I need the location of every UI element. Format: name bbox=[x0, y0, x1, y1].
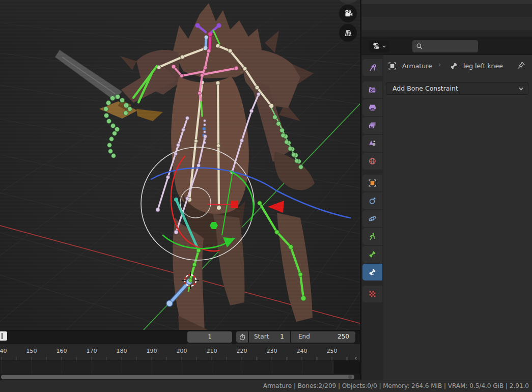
gizmo-x-arrow[interactable] bbox=[268, 201, 284, 213]
gizmo-x-handle[interactable] bbox=[231, 201, 238, 208]
start-value: 1 bbox=[280, 333, 284, 340]
outliner-row bbox=[361, 0, 532, 4]
breadcrumb-bone-icon-wrap bbox=[450, 62, 458, 72]
sword-blade-edge bbox=[62, 57, 115, 94]
ruler-tick-label: 250 bbox=[327, 348, 338, 354]
breadcrumb-separator: › bbox=[438, 61, 441, 68]
add-bone-constraint-label: Add Bone Constraint bbox=[393, 85, 458, 92]
tab-texture[interactable] bbox=[362, 286, 382, 302]
tab-world[interactable] bbox=[362, 153, 382, 170]
ruler-tick-label: 210 bbox=[207, 348, 217, 354]
tab-output[interactable] bbox=[362, 99, 382, 116]
tab-render[interactable] bbox=[362, 81, 382, 98]
timeline-ruler[interactable]: 140 150 160 170 180 190 200 210 220 230 … bbox=[0, 344, 360, 360]
tab-tool[interactable] bbox=[362, 59, 382, 76]
output-icon bbox=[368, 103, 377, 112]
ruler-tick-label: 230 bbox=[267, 348, 277, 354]
bone-icon bbox=[368, 250, 377, 259]
view-layer-icon bbox=[368, 121, 377, 130]
tab-view-layer[interactable] bbox=[362, 117, 382, 134]
texture-icon bbox=[368, 290, 377, 298]
ruler-tick-label: 140 bbox=[0, 348, 7, 354]
tab-object[interactable] bbox=[362, 175, 382, 191]
render-icon bbox=[368, 86, 377, 94]
status-bar: Armature | Bones:2/209 | Objects:0/0 | M… bbox=[0, 380, 532, 392]
timeline-horizontal-scrollbar[interactable] bbox=[1, 375, 354, 379]
tab-scene[interactable] bbox=[362, 135, 382, 152]
editor-type-button[interactable] bbox=[369, 40, 389, 52]
grid-floor-icon bbox=[343, 28, 353, 38]
ruler-tick-label: 190 bbox=[147, 348, 157, 354]
outliner-bottom-area bbox=[361, 0, 532, 37]
tab-bone[interactable] bbox=[362, 246, 382, 263]
pin-button[interactable] bbox=[516, 61, 526, 72]
search-input[interactable] bbox=[424, 42, 474, 50]
current-frame-field[interactable]: 1 bbox=[187, 331, 232, 343]
physics-icon bbox=[368, 214, 377, 223]
leg-right bbox=[277, 213, 313, 322]
3d-viewport[interactable] bbox=[0, 0, 360, 330]
breadcrumb-bone-label[interactable]: leg left knee bbox=[463, 62, 503, 70]
magnifier-icon bbox=[415, 42, 424, 50]
constraints-icon bbox=[368, 197, 377, 205]
auto-keying-button[interactable] bbox=[236, 331, 248, 343]
world-icon bbox=[368, 157, 377, 165]
chevron-down-icon bbox=[518, 86, 524, 92]
bone-icon bbox=[450, 62, 458, 70]
breadcrumb-object-label[interactable]: Armature bbox=[402, 62, 432, 70]
tab-physics[interactable] bbox=[362, 210, 382, 227]
status-text: Armature | Bones:2/209 | Objects:0/0 | M… bbox=[263, 380, 529, 391]
camera-view-button[interactable] bbox=[339, 5, 357, 22]
timeline-track[interactable] bbox=[0, 360, 360, 374]
frame-end-field[interactable]: End 250 bbox=[291, 331, 355, 343]
region-collapse-chevron-icon[interactable]: ‹ bbox=[354, 354, 357, 362]
tool-icon bbox=[368, 63, 377, 72]
end-label: End bbox=[298, 333, 310, 340]
tab-object-data-armature[interactable] bbox=[362, 228, 382, 245]
tab-bone-constraint[interactable] bbox=[362, 264, 382, 281]
outliner-row bbox=[361, 30, 532, 37]
ruler-tick-label: 150 bbox=[26, 348, 37, 354]
search-box[interactable] bbox=[412, 40, 478, 52]
ruler-tick-label: 160 bbox=[57, 348, 67, 354]
chevron-down-icon bbox=[382, 44, 386, 49]
breadcrumb-object-icon-wrap bbox=[388, 62, 397, 72]
clipped-header-button[interactable] bbox=[0, 331, 7, 341]
bone-constraint-icon bbox=[368, 268, 377, 276]
scrollbar-end-dot bbox=[348, 375, 352, 379]
outliner-row bbox=[361, 4, 532, 17]
properties-editor-icon bbox=[372, 42, 381, 51]
properties-content bbox=[383, 55, 532, 380]
blender-window: Armature › leg left knee Add Bone Constr… bbox=[0, 0, 532, 392]
leg-mid bbox=[213, 214, 245, 305]
end-value: 250 bbox=[338, 333, 349, 340]
frame-start-field[interactable]: Start 1 bbox=[249, 331, 291, 343]
shoulder-spike-left bbox=[120, 56, 136, 70]
object-icon bbox=[388, 62, 397, 70]
scene-icon bbox=[368, 139, 377, 148]
ruler-tick-label: 200 bbox=[177, 348, 187, 354]
pin-icon bbox=[516, 61, 526, 70]
start-label: Start bbox=[254, 333, 269, 340]
add-bone-constraint-dropdown[interactable]: Add Bone Constraint bbox=[386, 82, 528, 95]
ruler-minor-ticks bbox=[0, 357, 360, 360]
ruler-tick-label: 180 bbox=[117, 348, 127, 354]
ruler-tick-label: 220 bbox=[237, 348, 247, 354]
orthographic-grid-button[interactable] bbox=[339, 24, 357, 42]
ruler-tick-label: 240 bbox=[297, 348, 307, 354]
sword-guard-wing bbox=[136, 109, 163, 121]
ruler-tick-label: 170 bbox=[87, 348, 97, 354]
object-icon bbox=[368, 179, 377, 187]
viewport-scene bbox=[0, 0, 360, 330]
tab-object-constraints[interactable] bbox=[362, 192, 382, 209]
clipped-button-glyph bbox=[2, 333, 3, 339]
movie-camera-icon bbox=[343, 9, 353, 19]
object-data-armature-icon bbox=[368, 232, 377, 241]
after-end-frame-shade bbox=[334, 360, 360, 374]
stopwatch-icon bbox=[238, 333, 246, 341]
outliner-row bbox=[361, 17, 532, 30]
